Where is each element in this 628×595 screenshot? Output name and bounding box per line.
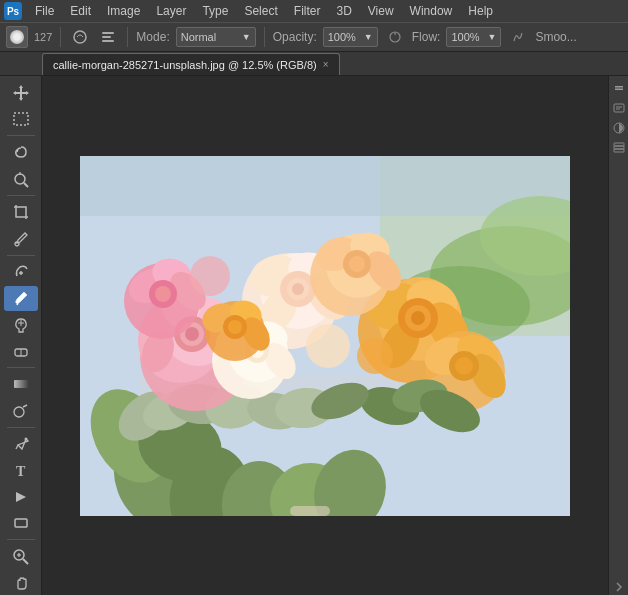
flow-icon[interactable] xyxy=(507,26,529,48)
adjustments-panel-icon[interactable] xyxy=(611,120,627,136)
tool-separator-1 xyxy=(7,135,35,136)
menu-file[interactable]: File xyxy=(28,2,61,20)
brush-tool[interactable] xyxy=(4,286,38,311)
tab-filename: callie-morgan-285271-unsplash.jpg @ 12.5… xyxy=(53,59,317,71)
menu-view[interactable]: View xyxy=(361,2,401,20)
svg-text:T: T xyxy=(16,464,26,479)
svg-point-83 xyxy=(411,311,425,325)
menu-select[interactable]: Select xyxy=(237,2,284,20)
svg-point-7 xyxy=(15,174,25,184)
svg-point-109 xyxy=(228,320,242,334)
svg-point-10 xyxy=(15,242,19,246)
svg-rect-120 xyxy=(614,104,624,112)
left-toolbar: T xyxy=(0,76,42,595)
separator-2 xyxy=(127,27,128,47)
svg-point-22 xyxy=(24,438,27,441)
menu-filter[interactable]: Filter xyxy=(287,2,328,20)
panel-collapse-button[interactable] xyxy=(611,80,627,96)
opacity-value: 100% xyxy=(328,31,356,43)
menu-image[interactable]: Image xyxy=(100,2,147,20)
zoom-tool[interactable] xyxy=(4,544,38,569)
document-tab[interactable]: callie-morgan-285271-unsplash.jpg @ 12.5… xyxy=(42,53,340,75)
menu-help[interactable]: Help xyxy=(461,2,500,20)
svg-rect-119 xyxy=(615,89,623,91)
menu-window[interactable]: Window xyxy=(403,2,460,20)
dodge-tool[interactable] xyxy=(4,398,38,423)
canvas-area[interactable] xyxy=(42,76,608,595)
brush-mode-icon[interactable] xyxy=(69,26,91,48)
tool-separator-6 xyxy=(7,539,35,540)
flower-artwork xyxy=(80,156,570,516)
svg-line-8 xyxy=(24,183,28,187)
clone-stamp-tool[interactable] xyxy=(4,312,38,337)
hand-tool[interactable] xyxy=(4,570,38,595)
svg-line-21 xyxy=(16,445,18,449)
history-panel-icon[interactable] xyxy=(611,100,627,116)
flow-label: Flow: xyxy=(412,30,441,44)
svg-line-20 xyxy=(23,405,27,407)
mode-value: Normal xyxy=(181,31,216,43)
separator-1 xyxy=(60,27,61,47)
tab-close-button[interactable]: × xyxy=(323,59,329,70)
svg-point-110 xyxy=(306,324,350,368)
svg-rect-18 xyxy=(14,380,28,388)
tab-bar: callie-morgan-285271-unsplash.jpg @ 12.5… xyxy=(0,52,628,76)
menu-layer[interactable]: Layer xyxy=(149,2,193,20)
brush-size-display: 127 xyxy=(34,32,52,43)
brush-preview-circle xyxy=(10,30,24,44)
expand-right-panel-button[interactable] xyxy=(611,579,627,595)
eyedropper-tool[interactable] xyxy=(4,226,38,251)
flow-value: 100% xyxy=(451,31,479,43)
spot-healing-tool[interactable] xyxy=(4,260,38,285)
opacity-control[interactable]: 100% ▼ xyxy=(323,27,378,47)
type-tool[interactable]: T xyxy=(4,458,38,483)
opacity-label: Opacity: xyxy=(273,30,317,44)
svg-rect-117 xyxy=(290,506,330,516)
menu-type[interactable]: Type xyxy=(195,2,235,20)
lasso-tool[interactable] xyxy=(4,140,38,165)
mode-dropdown[interactable]: Normal ▼ xyxy=(176,27,256,47)
tool-separator-2 xyxy=(7,195,35,196)
svg-rect-118 xyxy=(615,86,623,88)
svg-rect-6 xyxy=(14,113,28,125)
options-bar: 127 Mode: Normal ▼ Opacity: 100% ▼ Flow:… xyxy=(0,22,628,52)
menu-bar: Ps File Edit Image Layer Type Select Fil… xyxy=(0,0,628,22)
rectangular-marquee-tool[interactable] xyxy=(4,106,38,131)
path-selection-tool[interactable] xyxy=(4,484,38,509)
mode-label: Mode: xyxy=(136,30,169,44)
flow-chevron-icon: ▼ xyxy=(487,32,496,42)
separator-3 xyxy=(264,27,265,47)
flow-control[interactable]: 100% ▼ xyxy=(446,27,501,47)
svg-point-65 xyxy=(155,286,171,302)
pen-tool[interactable] xyxy=(4,432,38,457)
svg-point-0 xyxy=(74,31,86,43)
shape-tool[interactable] xyxy=(4,510,38,535)
opacity-chevron-icon: ▼ xyxy=(364,32,373,42)
brush-preset-picker[interactable] xyxy=(6,26,28,48)
tool-separator-4 xyxy=(7,367,35,368)
crop-tool[interactable] xyxy=(4,200,38,225)
menu-edit[interactable]: Edit xyxy=(63,2,98,20)
smoothing-label: Smoo... xyxy=(535,30,576,44)
menu-3d[interactable]: 3D xyxy=(329,2,358,20)
quick-select-tool[interactable] xyxy=(4,166,38,191)
opacity-airbrush-icon[interactable] xyxy=(384,26,406,48)
canvas-image[interactable] xyxy=(80,156,570,516)
brush-settings-toggle[interactable] xyxy=(97,26,119,48)
svg-rect-3 xyxy=(102,40,114,42)
ps-logo: Ps xyxy=(4,2,22,20)
svg-rect-31 xyxy=(80,156,570,216)
svg-line-26 xyxy=(23,559,28,564)
tool-separator-3 xyxy=(7,255,35,256)
svg-point-74 xyxy=(292,283,304,295)
svg-point-19 xyxy=(14,407,24,417)
svg-line-13 xyxy=(17,303,18,305)
svg-point-96 xyxy=(349,256,365,272)
svg-point-112 xyxy=(190,256,230,296)
layers-panel-icon[interactable] xyxy=(611,140,627,156)
svg-rect-24 xyxy=(15,519,27,527)
canvas-container xyxy=(80,156,570,516)
gradient-tool[interactable] xyxy=(4,372,38,397)
eraser-tool[interactable] xyxy=(4,338,38,363)
move-tool[interactable] xyxy=(4,80,38,105)
